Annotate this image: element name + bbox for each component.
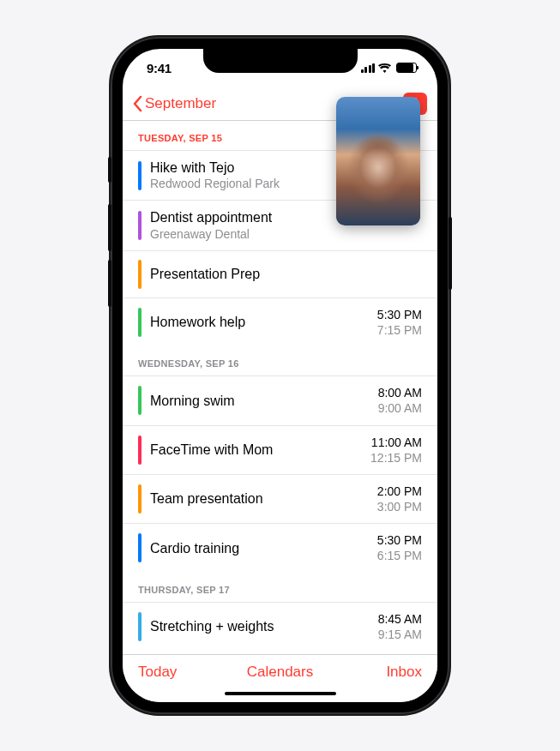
volume-down-button xyxy=(108,260,111,307)
event-times: 8:45 AM9:15 AM xyxy=(378,611,422,642)
event-title: Homework help xyxy=(150,314,377,330)
event-end-time: 12:15 PM xyxy=(370,450,422,466)
event-row[interactable]: Presentation Prep xyxy=(123,250,437,297)
event-row[interactable]: Cardio training5:30 PM6:15 PM xyxy=(123,523,437,572)
battery-icon xyxy=(396,63,417,73)
cellular-signal-icon xyxy=(361,63,376,73)
event-title: Cardio training xyxy=(150,540,377,556)
event-end-time: 9:15 AM xyxy=(378,627,422,642)
event-color-bar xyxy=(138,386,142,415)
event-start-time: 5:30 PM xyxy=(377,307,422,322)
event-info: Stretching + weights xyxy=(150,618,378,634)
event-color-bar xyxy=(138,211,142,240)
screen: 9:41 September xyxy=(123,49,437,702)
event-end-time: 6:15 PM xyxy=(377,548,422,563)
event-start-time: 5:30 PM xyxy=(377,532,422,548)
event-row[interactable]: Morning swim8:00 AM9:00 AM xyxy=(123,376,437,424)
tab-today[interactable]: Today xyxy=(138,664,232,681)
event-times: 5:30 PM6:15 PM xyxy=(377,532,422,563)
tab-inbox[interactable]: Inbox xyxy=(328,664,422,681)
home-indicator[interactable] xyxy=(225,692,336,695)
event-subtitle: Greenaway Dental xyxy=(150,226,422,242)
wifi-icon xyxy=(378,63,391,73)
day-header: WEDNESDAY, SEP 16 xyxy=(123,346,437,376)
mute-switch xyxy=(108,157,111,183)
tab-calendars[interactable]: Calendars xyxy=(232,664,327,681)
notch xyxy=(203,49,358,73)
event-end-time: 3:00 PM xyxy=(377,499,422,514)
event-start-time: 2:00 PM xyxy=(377,484,422,499)
event-times: 8:00 AM9:00 AM xyxy=(378,385,422,416)
event-info: Homework help xyxy=(150,314,377,330)
event-title: Morning swim xyxy=(150,393,378,409)
event-title: FaceTime with Mom xyxy=(150,442,370,458)
day-header: THURSDAY, SEP 17 xyxy=(123,573,437,602)
event-row[interactable]: Homework help5:30 PM7:15 PM xyxy=(123,297,437,346)
event-color-bar xyxy=(138,533,142,562)
event-end-time: 9:00 AM xyxy=(378,400,422,416)
event-info: Morning swim xyxy=(150,393,378,409)
event-row[interactable]: Stretching + weights8:45 AM9:15 AM xyxy=(123,602,437,651)
event-info: Cardio training xyxy=(150,540,377,556)
back-button[interactable]: September xyxy=(133,95,216,112)
phone-frame: 9:41 September xyxy=(111,37,449,714)
status-icons xyxy=(361,63,418,73)
event-row[interactable]: FaceTime with Mom11:00 AM12:15 PM xyxy=(123,425,437,474)
event-times: 11:00 AM12:15 PM xyxy=(370,435,422,466)
event-color-bar xyxy=(138,436,142,465)
chevron-back-icon xyxy=(133,95,143,112)
event-times: 2:00 PM3:00 PM xyxy=(377,484,422,514)
status-time: 9:41 xyxy=(147,61,172,75)
event-title: Team presentation xyxy=(150,490,377,507)
power-button xyxy=(449,217,452,290)
event-title: Stretching + weights xyxy=(150,618,378,634)
event-start-time: 8:00 AM xyxy=(378,385,422,400)
event-start-time: 11:00 AM xyxy=(370,435,422,450)
event-start-time: 8:45 AM xyxy=(378,611,422,627)
event-times: 5:30 PM7:15 PM xyxy=(377,307,422,338)
back-label: September xyxy=(145,95,216,112)
event-color-bar xyxy=(138,260,142,289)
event-info: Team presentation xyxy=(150,490,377,507)
event-color-bar xyxy=(138,308,142,337)
volume-up-button xyxy=(108,204,111,251)
event-title: Presentation Prep xyxy=(150,266,422,282)
event-color-bar xyxy=(138,612,142,641)
event-end-time: 7:15 PM xyxy=(377,322,422,338)
event-info: Presentation Prep xyxy=(150,266,422,282)
event-info: FaceTime with Mom xyxy=(150,442,370,458)
event-color-bar xyxy=(138,161,142,190)
facetime-pip[interactable] xyxy=(336,97,420,225)
event-color-bar xyxy=(138,484,142,514)
event-row[interactable]: Team presentation2:00 PM3:00 PM xyxy=(123,474,437,523)
